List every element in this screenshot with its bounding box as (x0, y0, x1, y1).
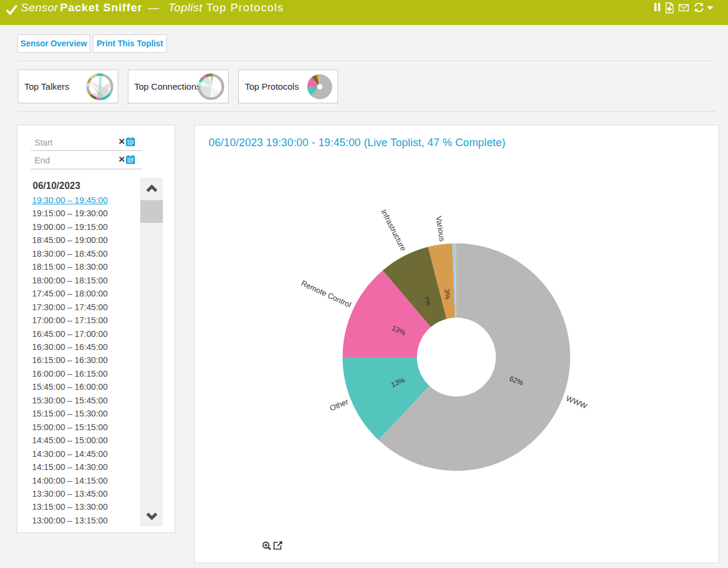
svg-text:Remote Control: Remote Control (300, 279, 352, 310)
svg-text:WWW: WWW (565, 394, 588, 411)
svg-text:Infrastructure: Infrastructure (379, 208, 408, 253)
svg-text:Various: Various (434, 216, 447, 242)
svg-text:3%: 3% (442, 289, 452, 300)
svg-text:Other: Other (329, 397, 350, 413)
